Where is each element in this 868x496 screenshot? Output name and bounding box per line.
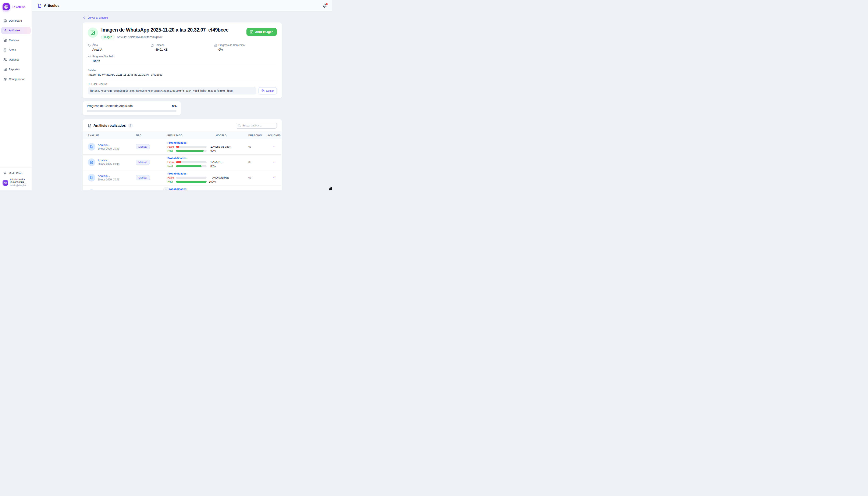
notification-dot <box>326 3 328 5</box>
back-link[interactable]: Volver al artículo <box>83 16 108 19</box>
brand[interactable]: Fakelens <box>0 0 32 13</box>
brand-name: Fakelens <box>12 5 26 9</box>
analysis-date: 20 nov 2025, 20:43 <box>98 162 120 166</box>
real-label: Real <box>167 149 174 152</box>
sidebar-item-reportes[interactable]: Reportes <box>1 66 31 73</box>
copy-icon <box>261 89 264 92</box>
article-title: Imagen de WhatsApp 2025-11-20 a las 20.3… <box>101 27 228 33</box>
content-area: Volver al artículo Imagen de WhatsApp 20… <box>32 12 332 190</box>
topbar: Artículos <box>32 0 332 12</box>
sidebar-item-label: Áreas <box>9 48 16 51</box>
analysis-file-icon <box>88 158 95 166</box>
false-label: Falso <box>167 145 174 148</box>
meta-content-progress: Progreso de Contenido 0% <box>214 44 277 51</box>
duration: 0s <box>248 176 268 179</box>
false-bar <box>176 161 207 163</box>
analysis-link[interactable]: Análisis... <box>98 143 120 146</box>
notifications-button[interactable] <box>323 4 327 8</box>
grid-icon <box>3 38 7 42</box>
analysis-link[interactable]: Análisis... <box>98 174 120 177</box>
model-name: AIDE <box>216 160 248 164</box>
article-meta: Área Area:IA Tamaño 49.01 KB <box>88 44 277 62</box>
type-badge: Imagen <box>101 35 115 40</box>
sidebar-item-configuracion[interactable]: Configuración <box>1 76 31 83</box>
building-icon <box>3 48 7 52</box>
real-percent: 83% <box>208 165 216 168</box>
trending-up-icon <box>88 55 91 58</box>
arrow-left-icon <box>83 16 86 19</box>
row-actions-button[interactable]: ⋯ <box>273 160 277 164</box>
sidebar-item-articulos[interactable]: Artículos <box>1 27 31 34</box>
file-icon <box>151 44 154 47</box>
table-row: Análisis... 20 nov 2025, 20:43 Manual Pr… <box>83 170 282 186</box>
url-label: URL del Recurso <box>88 82 277 86</box>
sidebar-item-modelos[interactable]: Modelos <box>1 37 31 44</box>
table-row: Análisis... 20 nov 2025, 20:43 Manual Pr… <box>83 155 282 170</box>
detail-label: Detalle <box>88 69 277 72</box>
duration: 0s <box>248 160 268 164</box>
fakelens-logo-icon <box>2 3 10 10</box>
tag-icon <box>88 44 91 47</box>
sidebar-item-label: Dashboard <box>9 19 22 22</box>
gear-icon <box>3 78 7 81</box>
real-label: Real <box>167 165 174 168</box>
duration: 0s <box>248 145 268 148</box>
sun-icon <box>3 172 6 175</box>
sidebar-item-areas[interactable]: Áreas <box>1 46 31 53</box>
theme-toggle[interactable]: Modo Claro <box>2 170 30 178</box>
user-menu[interactable]: AD Administrador IA-8435-DEE... admin@de… <box>2 178 30 187</box>
analysis-file-icon <box>88 189 95 190</box>
model-name: clip-vit-effort <box>216 145 248 148</box>
page-title-file-icon <box>38 4 42 8</box>
divider <box>88 66 277 66</box>
false-bar <box>176 176 207 179</box>
progress-card-label: Progreso de Contenido Analizado <box>87 104 133 108</box>
probabilities-label: Probabilidades: <box>167 141 216 144</box>
model-name: DistilDIRE <box>216 176 248 179</box>
meta-size-value: 49.01 KB <box>151 48 214 51</box>
sidebar-item-dashboard[interactable]: Dashboard <box>1 17 31 24</box>
article-card: Imagen de WhatsApp 2025-11-20 a las 20.3… <box>82 22 282 98</box>
meta-size: Tamaño 49.01 KB <box>151 44 214 51</box>
users-icon <box>3 58 7 61</box>
probabilities-label: Probabilidades: <box>167 157 216 160</box>
image-circle-icon <box>88 28 98 38</box>
analysis-title: Análisis realizados <box>93 123 126 128</box>
open-image-button[interactable]: Abrir Imagen <box>246 28 277 36</box>
progress-bar <box>87 110 177 112</box>
image-icon <box>250 30 254 34</box>
sidebar-item-label: Modelos <box>9 39 19 42</box>
search-input[interactable] <box>236 123 277 128</box>
sidebar-item-label: Artículos <box>9 29 20 32</box>
sidebar-item-label: Configuración <box>9 78 25 81</box>
type-badge-manual: Manual <box>136 144 150 149</box>
copy-url-button[interactable]: Copiar <box>259 87 277 94</box>
probabilities-label: Probabilidades: <box>167 172 216 175</box>
analysis-link[interactable]: Análisis... <box>98 190 120 190</box>
real-bar <box>176 165 207 167</box>
detail-section: Detalle Imagen de WhatsApp 2025-11-20 a … <box>88 69 277 76</box>
bar-chart-small-icon <box>214 44 217 47</box>
detail-value: Imagen de WhatsApp 2025-11-20 a las 20.3… <box>88 73 277 76</box>
theme-toggle-label: Modo Claro <box>9 172 22 175</box>
content-progress-card: Progreso de Contenido Analizado 0% <box>82 101 181 115</box>
table-row: Análisis... 20 nov 2025, 20:43 Manual Pr… <box>83 139 282 155</box>
analysis-card: Análisis realizados 6 ANÁLISIS TIPO RESU… <box>82 119 282 190</box>
real-percent: 100% <box>208 180 216 183</box>
row-actions-button[interactable]: ⋯ <box>273 176 277 180</box>
page-title: Artículos <box>44 4 60 8</box>
article-ref: Artículo: Article:dy6im3ultezn8kq1lxik <box>117 35 162 38</box>
row-actions-button[interactable]: ⋯ <box>273 145 277 149</box>
home-icon <box>3 19 7 22</box>
sidebar-item-usuarios[interactable]: Usuarios <box>1 56 31 63</box>
sidebar-item-label: Reportes <box>9 68 20 71</box>
real-bar <box>176 181 207 183</box>
analysis-count-badge: 6 <box>128 123 133 128</box>
false-percent: 10% <box>208 145 216 148</box>
probabilities-label: Probabilidades: <box>167 188 216 190</box>
analysis-link[interactable]: Análisis... <box>98 159 120 162</box>
user-role: Administrador <box>10 178 28 181</box>
meta-simulated-progress-value: 100% <box>88 59 151 62</box>
analysis-date: 20 nov 2025, 20:43 <box>98 147 120 150</box>
real-bar <box>176 150 207 152</box>
